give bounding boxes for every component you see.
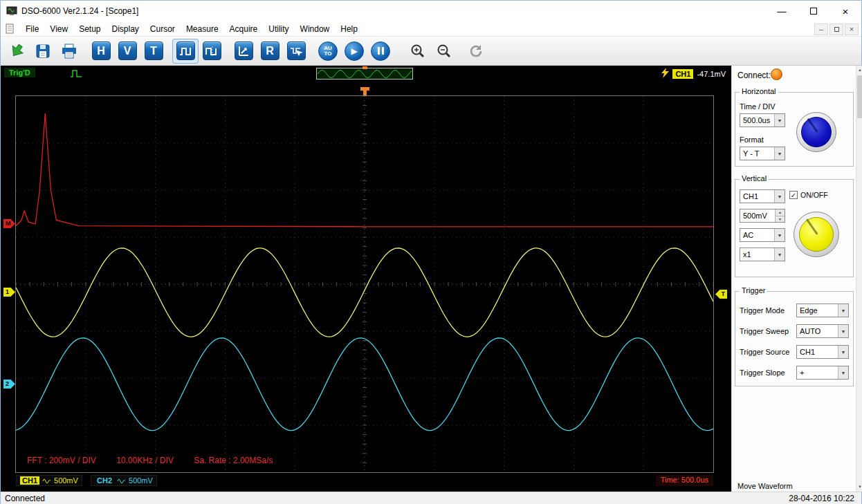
bolt-icon xyxy=(661,68,669,80)
trigger-position-marker[interactable] xyxy=(360,87,369,95)
menu-window[interactable]: Window xyxy=(295,23,336,35)
ch2-position-marker[interactable]: 2 xyxy=(3,380,15,389)
chevron-down-icon[interactable]: ▼ xyxy=(774,229,785,241)
menu-display[interactable]: Display xyxy=(107,23,145,35)
xy-axes-icon xyxy=(237,44,250,58)
menu-setup[interactable]: Setup xyxy=(73,23,106,35)
menu-measure[interactable]: Measure xyxy=(181,23,224,35)
r-letter-icon: R xyxy=(261,41,279,60)
chevron-down-icon[interactable]: ▼ xyxy=(838,304,848,317)
trigger-sweep-select[interactable]: AUTO ▼ xyxy=(796,324,849,338)
close-icon[interactable]: × xyxy=(829,1,861,21)
channel-onoff[interactable]: ✓ ON/OFF xyxy=(789,191,828,199)
minimize-icon[interactable]: — xyxy=(766,1,798,21)
ch1-indicator[interactable]: CH1 500mV xyxy=(16,475,82,486)
print-button[interactable] xyxy=(56,39,82,64)
trigger-mode-select[interactable]: Edge ▼ xyxy=(796,304,849,317)
window-controls: — × xyxy=(766,1,861,21)
channel-select[interactable]: CH1 ▼ xyxy=(740,189,785,203)
waveform-mode-button[interactable] xyxy=(172,39,199,64)
trigger-source-select[interactable]: CH1 ▼ xyxy=(796,345,849,359)
horizontal-group: Horizontal Time / DIV 500.0us ▼ Format Y… xyxy=(735,92,854,167)
run-button[interactable]: ▶ xyxy=(341,39,367,64)
trigger-setup-button[interactable]: T xyxy=(140,39,167,64)
scope-plot[interactable]: FFT : 200mV / DIV 10.00KHz / DIV Sa. Rat… xyxy=(15,95,714,473)
zoom-out-icon xyxy=(436,43,452,59)
scroll-up-icon[interactable]: ▲ xyxy=(856,66,862,75)
ch1-badge: CH1 xyxy=(20,476,39,485)
status-bar: Connected 28-04-2016 10:22 xyxy=(1,492,861,504)
ch1-coupling-icon xyxy=(42,478,51,484)
pause-button[interactable] xyxy=(367,39,394,64)
chevron-down-icon[interactable]: ▼ xyxy=(838,325,848,337)
waveform-capture-button[interactable] xyxy=(199,39,225,64)
menu-utility[interactable]: Utility xyxy=(263,23,294,35)
scroll-down-icon[interactable]: ▼ xyxy=(856,483,862,492)
trigger-slope-select[interactable]: + ▼ xyxy=(796,366,849,380)
menu-view[interactable]: View xyxy=(44,23,73,35)
horizontal-knob[interactable] xyxy=(796,112,836,152)
fft-readout: FFT : 200mV / DIV 10.00KHz / DIV Sa. Rat… xyxy=(27,456,291,465)
menu-acquire[interactable]: Acquire xyxy=(224,23,264,35)
zoom-in-button[interactable] xyxy=(405,39,431,64)
coupling-select[interactable]: AC ▼ xyxy=(740,228,785,242)
trigger-sweep-label: Trigger Sweep xyxy=(740,327,789,335)
spin-down-icon[interactable]: ▼ xyxy=(775,216,785,223)
ch2-indicator[interactable]: CH2 500mV xyxy=(91,475,157,486)
math-position-marker[interactable]: M xyxy=(3,219,15,228)
format-select[interactable]: Y - T ▼ xyxy=(740,147,785,160)
waveform-preview[interactable] xyxy=(316,68,413,80)
document-icon xyxy=(5,24,15,34)
chevron-down-icon[interactable]: ▼ xyxy=(774,248,785,261)
zoom-in-icon xyxy=(410,43,426,59)
printer-icon xyxy=(60,42,78,60)
vertical-knob[interactable] xyxy=(794,212,839,257)
pause-icon xyxy=(371,41,390,61)
chevron-down-icon[interactable]: ▼ xyxy=(774,147,785,160)
trigger-level-marker[interactable]: T xyxy=(715,290,727,299)
menu-help[interactable]: Help xyxy=(335,23,363,35)
maximize-icon[interactable] xyxy=(798,1,829,21)
chevron-down-icon[interactable]: ▼ xyxy=(838,346,848,358)
import-button[interactable] xyxy=(3,39,30,64)
pulse-wave-icon xyxy=(178,44,192,58)
trigger-mode-label: Trigger Mode xyxy=(740,306,785,315)
connect-status-icon xyxy=(771,68,782,80)
xy-display-button[interactable] xyxy=(230,39,257,64)
cursor-measure-button[interactable] xyxy=(283,39,309,64)
waveform-display[interactable] xyxy=(16,96,713,472)
channel-badges-row: CH1 500mV CH2 500mV Time: 500.0us xyxy=(1,475,731,486)
mdi-minimize-icon[interactable]: – xyxy=(814,24,828,35)
vertical-group: Vertical CH1 ▼ ✓ ON/OFF 500mV ▲▼ AC ▼ xyxy=(735,179,854,277)
refresh-button[interactable] xyxy=(463,39,489,64)
probe-select[interactable]: x1 ▼ xyxy=(740,248,785,261)
fft-freq-text: 10.00KHz / DIV xyxy=(116,456,174,465)
time-div-select[interactable]: 500.0us ▼ xyxy=(740,113,785,127)
chevron-down-icon[interactable]: ▼ xyxy=(838,366,848,379)
mdi-close-icon[interactable]: × xyxy=(845,24,859,35)
menu-file[interactable]: File xyxy=(20,23,44,35)
zoom-out-button[interactable] xyxy=(431,39,457,64)
mdi-restore-icon[interactable] xyxy=(829,24,843,35)
trigger-pulse-icon xyxy=(70,68,82,81)
app-logo-icon xyxy=(6,6,17,17)
connection-status: Connected xyxy=(1,494,45,503)
horizontal-setup-button[interactable]: H xyxy=(88,39,114,64)
spin-up-icon[interactable]: ▲ xyxy=(775,209,785,216)
chevron-down-icon[interactable]: ▼ xyxy=(774,114,785,127)
v-letter-icon: V xyxy=(118,41,137,60)
ch1-position-marker[interactable]: 1 xyxy=(3,288,15,297)
vertical-setup-button[interactable]: V xyxy=(114,39,140,64)
volts-div-stepper[interactable]: 500mV ▲▼ xyxy=(740,209,785,223)
record-button[interactable]: R xyxy=(257,39,283,64)
scrollbar-thumb[interactable] xyxy=(857,75,862,118)
preview-trigger-marker[interactable] xyxy=(363,66,367,69)
menu-cursor[interactable]: Cursor xyxy=(145,23,181,35)
autoset-button[interactable]: AUTO xyxy=(315,39,341,64)
connect-label: Connect: xyxy=(737,71,771,80)
chevron-down-icon[interactable]: ▼ xyxy=(774,190,785,203)
save-button[interactable] xyxy=(30,39,56,64)
panel-scrollbar[interactable]: ▲ ▼ xyxy=(856,66,862,492)
checkbox-checked-icon[interactable]: ✓ xyxy=(789,191,798,199)
move-waveform-label: Move Waveform xyxy=(737,482,793,490)
